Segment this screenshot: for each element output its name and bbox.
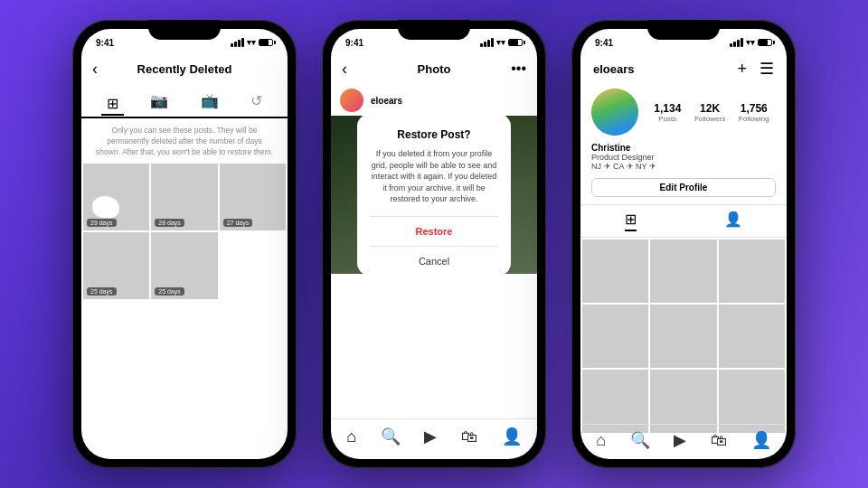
phone-restore-dialog: 9:41 ▾▾ ‹ Photo ••• eloears Resto [322, 20, 546, 468]
battery-icon [259, 39, 273, 46]
battery-icon [508, 39, 523, 46]
profile-photo-4[interactable] [582, 305, 648, 368]
nav-profile-icon[interactable]: 👤 [502, 427, 522, 446]
dialog-body: If you deleted it from your profile grid… [370, 148, 498, 205]
phone-recently-deleted: 9:41 ▾▾ ‹ Recently Deleted ⊞ 📷 📺 ↺ Only … [72, 20, 297, 468]
restore-dialog: Restore Post? If you deleted it from you… [357, 114, 511, 276]
nav-bar: ‹ Photo ••• [331, 52, 537, 85]
nav-home-icon[interactable]: ⌂ [346, 427, 356, 446]
nav-search-icon[interactable]: 🔍 [381, 427, 401, 446]
followers-count: 12K [694, 102, 725, 115]
status-icons: ▾▾ [480, 38, 523, 47]
stat-posts: 1,134 Posts [654, 102, 681, 123]
info-text: Only you can see these posts. They will … [81, 118, 288, 164]
battery-icon [758, 39, 772, 46]
menu-button[interactable]: ☰ [760, 59, 774, 79]
bottom-nav: ⌂ 🔍 ▶ 🛍 👤 [331, 418, 537, 450]
more-options-button[interactable]: ••• [511, 61, 526, 77]
profile-photo-6[interactable] [719, 305, 785, 368]
nav-search-icon[interactable]: 🔍 [630, 430, 650, 450]
profile-nav: eloears + ☰ [580, 52, 787, 85]
screen: 9:41 ▾▾ ‹ Recently Deleted ⊞ 📷 📺 ↺ Only … [81, 29, 288, 459]
restore-button[interactable]: Restore [370, 217, 498, 246]
posts-label: Posts [654, 115, 681, 123]
add-content-button[interactable]: + [737, 60, 747, 79]
days-badge-4: 25 days [87, 287, 117, 296]
bio-location: NJ ✈ CA ✈ NY ✈ [591, 162, 776, 171]
grid-item-3[interactable]: 27 days [220, 164, 286, 230]
profile-photo-1[interactable] [582, 239, 648, 303]
nav-reels-icon[interactable]: ▶ [424, 427, 437, 446]
wifi-icon: ▾▾ [247, 38, 256, 47]
profile-photo-3[interactable] [719, 239, 785, 303]
bio-name: Christine [591, 143, 776, 153]
back-button[interactable]: ‹ [342, 60, 347, 79]
profile-photo-2[interactable] [650, 239, 716, 303]
profile-nav-icons: + ☰ [737, 59, 774, 79]
profile-tabs: ⊞ 👤 [580, 204, 787, 238]
signal-icon [231, 38, 244, 47]
screen: 9:41 ▾▾ eloears + ☰ [580, 29, 787, 459]
dialog-overlay: Restore Post? If you deleted it from you… [331, 116, 537, 274]
cancel-button[interactable]: Cancel [370, 247, 498, 276]
grid-item-1[interactable]: 29 days [83, 164, 149, 230]
notch [148, 20, 221, 40]
profile-username: eloears [593, 62, 635, 76]
days-badge-2: 28 days [155, 219, 184, 227]
filter-tabs: ⊞ 📷 📺 ↺ [81, 85, 288, 118]
profile-avatar [591, 89, 638, 136]
tab-refresh[interactable]: ↺ [245, 90, 268, 111]
user-row: eloears [331, 85, 537, 116]
days-badge-5: 25 days [155, 287, 184, 296]
profile-bio: Christine Product Designer NJ ✈ CA ✈ NY … [580, 143, 787, 176]
page-title: Photo [418, 62, 451, 76]
nav-home-icon[interactable]: ⌂ [596, 431, 606, 450]
tab-archive[interactable]: 📷 [145, 90, 174, 111]
nav-bar: ‹ Recently Deleted [81, 52, 288, 85]
days-badge-1: 29 days [87, 219, 117, 227]
tab-tv[interactable]: 📺 [195, 90, 224, 111]
edit-profile-button[interactable]: Edit Profile [591, 178, 776, 197]
signal-icon [480, 38, 494, 47]
status-time: 9:41 [345, 38, 363, 48]
nav-reels-icon[interactable]: ▶ [674, 430, 686, 450]
dialog-title: Restore Post? [370, 128, 498, 141]
tab-grid[interactable]: ⊞ [101, 93, 124, 116]
tab-grid-active[interactable]: ⊞ [625, 211, 637, 231]
status-time: 9:41 [595, 38, 613, 48]
notch [398, 20, 470, 40]
grid-item-5[interactable]: 25 days [151, 232, 217, 299]
nav-profile-icon[interactable]: 👤 [751, 430, 771, 450]
nav-shop-icon[interactable]: 🛍 [461, 427, 477, 446]
days-badge-3: 27 days [223, 219, 253, 227]
profile-stats: 1,134 Posts 12K Followers 1,756 Followin… [647, 102, 776, 123]
notch [647, 20, 720, 40]
bio-job: Product Designer [591, 153, 776, 162]
back-button[interactable]: ‹ [92, 60, 98, 79]
profile-photo-5[interactable] [650, 305, 716, 368]
grid-item-4[interactable]: 25 days [83, 232, 149, 299]
following-count: 1,756 [739, 102, 769, 115]
profile-header: 1,134 Posts 12K Followers 1,756 Followin… [580, 85, 787, 143]
following-label: Following [739, 115, 769, 123]
grid-item-2[interactable]: 28 days [151, 164, 217, 230]
tab-tagged[interactable]: 👤 [724, 211, 742, 231]
page-title: Recently Deleted [137, 62, 232, 76]
signal-icon [730, 38, 743, 47]
user-avatar [340, 89, 363, 112]
posts-count: 1,134 [654, 102, 681, 115]
nav-shop-icon[interactable]: 🛍 [711, 431, 727, 450]
photo-grid: 29 days 28 days 27 days 25 days 25 days [81, 164, 288, 299]
status-icons: ▾▾ [231, 38, 273, 47]
photo-area: Restore Post? If you deleted it from you… [331, 116, 537, 274]
status-time: 9:41 [96, 38, 114, 48]
bottom-nav: ⌂ 🔍 ▶ 🛍 👤 [580, 424, 787, 452]
stat-following: 1,756 Following [739, 102, 769, 123]
wifi-icon: ▾▾ [746, 38, 755, 47]
profile-photo-grid [580, 238, 787, 435]
wifi-icon: ▾▾ [496, 38, 505, 47]
stat-followers: 12K Followers [694, 102, 725, 123]
username-small: eloears [371, 96, 402, 106]
status-icons: ▾▾ [730, 38, 772, 47]
phone-profile: 9:41 ▾▾ eloears + ☰ [571, 20, 796, 468]
